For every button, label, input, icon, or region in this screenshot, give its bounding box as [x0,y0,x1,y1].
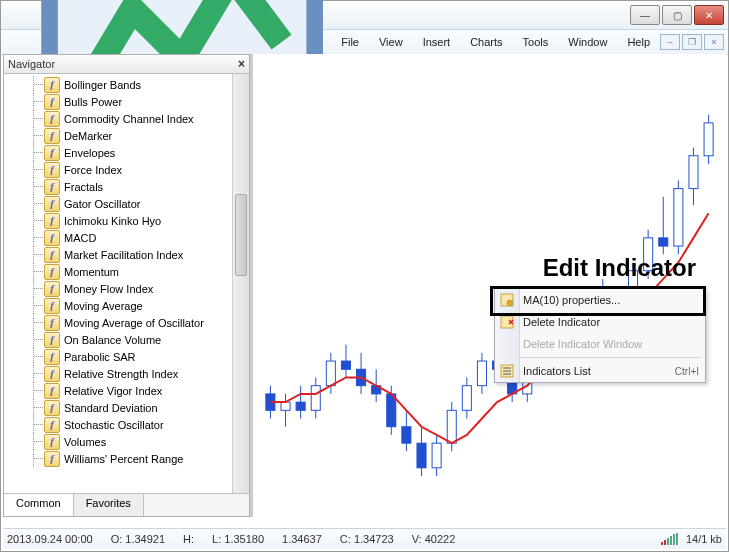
tree-connector [24,178,44,195]
tree-connector [24,348,44,365]
tree-connector [24,127,44,144]
menu-help[interactable]: Help [617,32,660,52]
menu-charts[interactable]: Charts [460,32,512,52]
maximize-button[interactable]: ▢ [662,5,692,25]
scrollbar[interactable] [232,74,249,493]
close-button[interactable]: ✕ [694,5,724,25]
tree-connector [24,416,44,433]
tree-item[interactable]: fParabolic SAR [24,348,249,365]
status-open: O: 1.34921 [111,533,165,545]
tree-connector [24,161,44,178]
svg-rect-30 [477,361,486,386]
tree-item[interactable]: fRelative Vigor Index [24,382,249,399]
tree-item[interactable]: fMACD [24,229,249,246]
tree-item[interactable]: fBulls Power [24,93,249,110]
svg-rect-6 [296,402,305,410]
minimize-button[interactable]: — [630,5,660,25]
svg-rect-60 [704,123,713,156]
tree-connector [24,280,44,297]
menubar: File View Insert Charts Tools Window Hel… [1,30,728,55]
indicator-icon: f [44,128,60,144]
status-low: L: 1.35180 [212,533,264,545]
navigator-title: Navigator × [4,55,249,74]
mdi-close[interactable]: × [704,34,724,50]
tree-label: Ichimoku Kinko Hyo [64,215,161,227]
menu-tools[interactable]: Tools [513,32,559,52]
tree-item[interactable]: fForce Index [24,161,249,178]
properties-icon [499,292,515,308]
indicator-icon: f [44,332,60,348]
svg-rect-58 [689,156,698,189]
tree-label: Fractals [64,181,103,193]
indicator-icon: f [44,400,60,416]
tree-connector [24,331,44,348]
tree-item[interactable]: fFractals [24,178,249,195]
tree-item[interactable]: fMoving Average of Oscillator [24,314,249,331]
menu-file[interactable]: File [331,32,369,52]
tab-common[interactable]: Common [4,494,74,516]
tree-label: Williams' Percent Range [64,453,183,465]
tree-connector [24,382,44,399]
list-icon [499,363,515,379]
tree-connector [24,144,44,161]
tree-item[interactable]: fGator Oscillator [24,195,249,212]
tree-label: Envelopes [64,147,115,159]
tree-item[interactable]: fBollinger Bands [24,76,249,93]
annotation-label: Edit Indicator [543,254,696,282]
tree-item[interactable]: fCommodity Channel Index [24,110,249,127]
tree-label: Volumes [64,436,106,448]
indicator-icon: f [44,145,60,161]
tree-label: Bulls Power [64,96,122,108]
tree-label: Money Flow Index [64,283,153,295]
svg-rect-54 [659,238,668,246]
mdi-restore[interactable]: ❐ [682,34,702,50]
tree-item[interactable]: fStochastic Oscillator [24,416,249,433]
tree-label: Relative Strength Index [64,368,178,380]
navigator-close-icon[interactable]: × [238,57,245,71]
chart-area[interactable]: Edit Indicator MA(10) properties... Dele… [250,54,726,517]
tree-item[interactable]: fOn Balance Volume [24,331,249,348]
indicator-icon: f [44,247,60,263]
tree-item[interactable]: fDeMarker [24,127,249,144]
tree-connector [24,314,44,331]
indicator-icon: f [44,417,60,433]
body-area: Navigator × fBollinger BandsfBulls Power… [3,54,726,517]
ctx-properties[interactable]: MA(10) properties... [495,289,705,311]
tree-label: Stochastic Oscillator [64,419,164,431]
context-menu: MA(10) properties... Delete Indicator De… [494,288,706,383]
mdi-controls: – ❐ × [660,34,728,50]
ctx-indicators-list[interactable]: Indicators List Ctrl+I [495,360,705,382]
svg-point-62 [507,300,513,306]
tree-item[interactable]: fEnvelopes [24,144,249,161]
status-close: C: 1.34723 [340,533,394,545]
tree-item[interactable]: fMarket Facilitation Index [24,246,249,263]
tree-item[interactable]: fMoving Average [24,297,249,314]
mdi-minimize[interactable]: – [660,34,680,50]
status-date: 2013.09.24 00:00 [7,533,93,545]
tree-item[interactable]: fMoney Flow Index [24,280,249,297]
tree-item[interactable]: fRelative Strength Index [24,365,249,382]
tree-item[interactable]: fStandard Deviation [24,399,249,416]
indicator-icon: f [44,434,60,450]
scrollbar-thumb[interactable] [235,194,247,276]
indicator-icon: f [44,196,60,212]
tree-item[interactable]: fMomentum [24,263,249,280]
svg-rect-26 [447,410,456,443]
menu-insert[interactable]: Insert [413,32,461,52]
svg-rect-4 [281,402,290,410]
ctx-delete-window-label: Delete Indicator Window [523,338,642,350]
tree-item[interactable]: fIchimoku Kinko Hyo [24,212,249,229]
ctx-delete-indicator[interactable]: Delete Indicator [495,311,705,333]
menu-view[interactable]: View [369,32,413,52]
tree-item[interactable]: fWilliams' Percent Range [24,450,249,467]
menu-window[interactable]: Window [558,32,617,52]
tree-item[interactable]: fVolumes [24,433,249,450]
tree-label: Market Facilitation Index [64,249,183,261]
status-volume: V: 40222 [412,533,456,545]
svg-rect-18 [387,394,396,427]
svg-rect-20 [402,427,411,443]
candlestick-chart[interactable] [253,54,726,517]
tree-label: Momentum [64,266,119,278]
tab-favorites[interactable]: Favorites [74,494,144,516]
svg-rect-24 [432,443,441,468]
